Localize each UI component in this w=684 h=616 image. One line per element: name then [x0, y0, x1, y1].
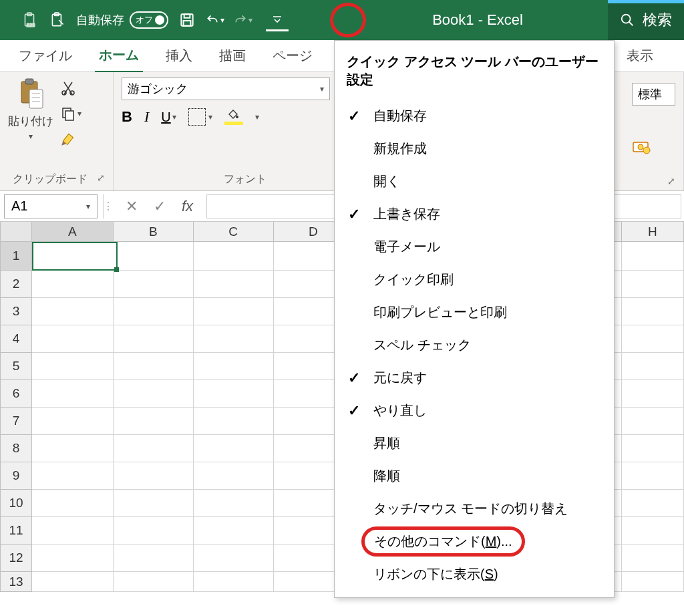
currency-button[interactable] — [632, 138, 675, 156]
qat-customize-dropdown[interactable] — [266, 9, 289, 31]
menu-item[interactable]: 印刷プレビューと印刷 — [335, 296, 614, 329]
tab-page-layout[interactable]: ページ — [269, 40, 317, 71]
active-cell[interactable] — [32, 242, 118, 271]
cell[interactable] — [32, 325, 114, 353]
menu-item[interactable]: ✓上書き保存 — [335, 198, 614, 230]
row-header[interactable]: 6 — [0, 380, 32, 408]
row-header[interactable]: 7 — [0, 408, 32, 435]
row-header[interactable]: 11 — [0, 517, 32, 545]
row-header[interactable]: 2 — [0, 271, 32, 298]
menu-item[interactable]: ✓自動保存 — [335, 100, 614, 132]
row-header[interactable]: 9 — [0, 462, 32, 490]
row-header[interactable]: 10 — [0, 490, 32, 517]
cell[interactable] — [32, 298, 114, 325]
cell[interactable] — [622, 380, 684, 408]
search-box[interactable]: 検索 — [608, 0, 684, 40]
cell[interactable] — [194, 408, 274, 435]
cell[interactable] — [114, 380, 194, 408]
menu-item-show-below-ribbon[interactable]: リボンの下に表示(S) — [335, 558, 614, 591]
dialog-launcher-icon[interactable]: ⤢ — [97, 172, 105, 183]
cell[interactable] — [114, 435, 194, 462]
cell[interactable] — [32, 271, 114, 298]
cell[interactable] — [622, 572, 684, 592]
cell[interactable] — [194, 380, 274, 408]
format-painter-icon[interactable] — [60, 131, 77, 148]
row-header[interactable]: 3 — [0, 298, 32, 325]
row-header[interactable]: 1 — [0, 242, 32, 271]
name-box-expand[interactable]: ⋮ — [103, 194, 112, 218]
cell[interactable] — [114, 353, 194, 380]
cell[interactable] — [114, 271, 194, 298]
tab-draw[interactable]: 描画 — [215, 40, 250, 71]
menu-item[interactable]: ✓元に戻す — [335, 361, 614, 394]
cell[interactable] — [114, 325, 194, 353]
column-header[interactable]: C — [194, 222, 274, 242]
qat-clipboard-icon[interactable]: 123 — [20, 11, 39, 29]
autosave-switch[interactable]: オフ — [130, 11, 168, 29]
cell[interactable] — [622, 435, 684, 462]
cell[interactable] — [194, 298, 274, 325]
cell[interactable] — [32, 380, 114, 408]
paste-button[interactable]: 貼り付け ▾ — [8, 78, 53, 148]
cell[interactable] — [622, 517, 684, 545]
cell[interactable] — [32, 572, 114, 592]
italic-button[interactable]: I — [144, 108, 149, 126]
cell[interactable] — [114, 298, 194, 325]
menu-item[interactable]: 昇順 — [335, 427, 614, 460]
cell[interactable] — [194, 545, 274, 572]
chevron-down-icon[interactable]: ▾ — [255, 112, 259, 122]
cell[interactable] — [194, 572, 274, 592]
cell[interactable] — [622, 462, 684, 490]
cell[interactable] — [622, 271, 684, 298]
fill-color-button[interactable] — [224, 109, 243, 125]
cell[interactable] — [114, 517, 194, 545]
cell[interactable] — [114, 408, 194, 435]
number-format-combo[interactable]: 標準 — [632, 83, 675, 106]
cell[interactable] — [32, 435, 114, 462]
cell[interactable] — [32, 462, 114, 490]
row-header[interactable]: 12 — [0, 545, 32, 572]
cell[interactable] — [622, 490, 684, 517]
tab-file[interactable]: ファイル — [15, 40, 76, 71]
cell[interactable] — [32, 353, 114, 380]
copy-button[interactable]: ▾ — [60, 106, 81, 122]
menu-item[interactable]: ✓やり直し — [335, 394, 614, 427]
cell[interactable] — [194, 353, 274, 380]
cell[interactable] — [32, 517, 114, 545]
cell[interactable] — [194, 435, 274, 462]
tab-home[interactable]: ホーム — [95, 39, 143, 73]
cell[interactable] — [194, 242, 274, 271]
cancel-icon[interactable]: ✕ — [126, 198, 138, 215]
bold-button[interactable]: B — [122, 108, 132, 126]
font-name-combo[interactable]: 游ゴシック▾ — [122, 78, 330, 100]
cell[interactable] — [32, 408, 114, 435]
cell[interactable] — [622, 325, 684, 353]
border-button[interactable]: ▾ — [188, 108, 212, 126]
cell[interactable] — [32, 545, 114, 572]
row-header[interactable]: 4 — [0, 325, 32, 353]
cell[interactable] — [622, 242, 684, 271]
menu-item[interactable]: 電子メール — [335, 230, 614, 263]
menu-item[interactable]: クイック印刷 — [335, 263, 614, 296]
cell[interactable] — [622, 408, 684, 435]
name-box[interactable]: A1 ▾ — [4, 194, 98, 218]
tab-view[interactable]: 表示 — [623, 40, 657, 71]
redo-icon[interactable]: ▾ — [234, 11, 252, 29]
column-header[interactable]: H — [622, 222, 684, 242]
cell[interactable] — [114, 545, 194, 572]
autosave-toggle[interactable]: 自動保存 オフ — [76, 11, 168, 29]
menu-item-more-commands[interactable]: その他のコマンド(M)... — [335, 525, 614, 558]
cell[interactable] — [194, 517, 274, 545]
menu-item[interactable]: 新規作成 — [335, 132, 614, 165]
cell[interactable] — [194, 490, 274, 517]
fx-icon[interactable]: fx — [182, 198, 193, 215]
underline-button[interactable]: U▾ — [161, 110, 176, 125]
cell[interactable] — [622, 545, 684, 572]
cell[interactable] — [194, 271, 274, 298]
row-header[interactable]: 13 — [0, 572, 32, 592]
column-header[interactable]: B — [114, 222, 194, 242]
cell[interactable] — [114, 462, 194, 490]
menu-item[interactable]: スペル チェック — [335, 329, 614, 361]
enter-icon[interactable]: ✓ — [154, 198, 166, 215]
dialog-launcher-icon[interactable]: ⤢ — [667, 176, 675, 186]
